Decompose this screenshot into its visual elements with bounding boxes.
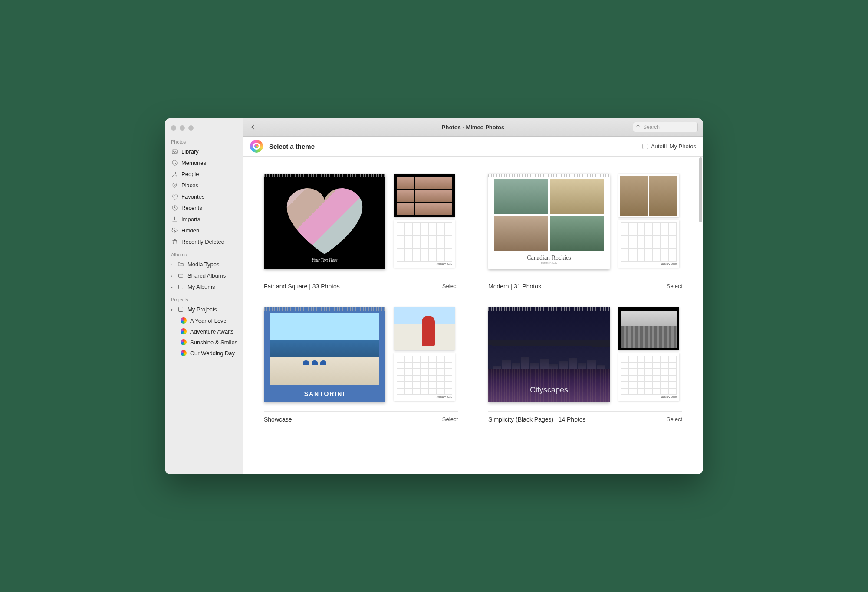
scrollbar[interactable] (699, 157, 702, 222)
search-input[interactable]: Search (633, 122, 698, 132)
cover-title: SANTORINI (264, 385, 385, 402)
theme-meta: Modern | 31 Photos Select (488, 278, 682, 290)
select-button[interactable]: Select (667, 416, 682, 422)
people-icon (171, 171, 178, 178)
projects-icon (177, 306, 184, 313)
side-image (618, 174, 679, 217)
spiral-binding (488, 307, 610, 311)
sidebar-label: Recently Deleted (181, 239, 224, 245)
side-image (618, 307, 679, 350)
fullscreen-window-button[interactable] (188, 125, 194, 131)
window-title: Photos - Mimeo Photos (442, 124, 504, 131)
sidebar-item-hidden[interactable]: Hidden (165, 225, 243, 236)
import-icon (171, 216, 178, 223)
project-icon (181, 328, 187, 334)
sidebar-label: Shared Albums (187, 272, 226, 279)
sidebar-label: Favorites (181, 193, 204, 200)
sidebar-item-people[interactable]: People (165, 169, 243, 180)
cover-caption: Your Text Here (312, 258, 337, 262)
sidebar-item-favorites[interactable]: Favorites (165, 191, 243, 203)
project-icon (181, 339, 187, 345)
search-placeholder: Search (643, 124, 660, 130)
svg-point-3 (174, 172, 176, 174)
chevron-down-icon: ▾ (169, 307, 174, 312)
clock-icon (171, 205, 178, 212)
sidebar-label: Memories (181, 160, 206, 166)
select-button[interactable]: Select (442, 283, 458, 289)
chevron-right-icon: ▸ (169, 285, 174, 289)
sidebar-item-project[interactable]: A Year of Love (165, 315, 243, 326)
app-window: Photos Library Memories People Places Fa… (165, 118, 703, 474)
sidebar-label: Recents (181, 205, 202, 211)
theme-name: Simplicity (Black Pages) | 14 Photos (488, 416, 586, 423)
sidebar-item-media-types[interactable]: ▸ Media Types (165, 259, 243, 270)
memories-icon (171, 160, 178, 167)
svg-rect-8 (178, 307, 183, 312)
window-controls (165, 118, 243, 135)
theme-preview[interactable]: SANTORINI January 2020 (264, 307, 458, 402)
sidebar-item-memories[interactable]: Memories (165, 157, 243, 169)
side-calendar: January 2020 (394, 353, 455, 401)
chevron-right-icon: ▸ (169, 262, 174, 267)
sidebar-item-project[interactable]: Sunshine & Smiles (165, 337, 243, 348)
theme-name: Fair and Square | 33 Photos (264, 283, 340, 290)
page-title: Select a theme (269, 143, 315, 150)
theme-card: Canadian Rockies Summer 2020 January 202… (488, 174, 682, 290)
trash-icon (171, 239, 178, 245)
cover-title: Cityscapes (488, 386, 610, 395)
hidden-icon (171, 227, 178, 234)
theme-preview[interactable]: Your Text Here January 2020 (264, 174, 458, 269)
minimize-window-button[interactable] (180, 125, 185, 131)
theme-preview[interactable]: Cityscapes January 2020 (488, 307, 682, 402)
search-icon (636, 124, 641, 130)
theme-card: Cityscapes January 2020 Simplicity (Blac… (488, 307, 682, 423)
toolbar: Photos - Mimeo Photos Search (243, 118, 703, 137)
theme-cover: Canadian Rockies Summer 2020 (488, 174, 610, 269)
sidebar-label: My Albums (187, 284, 215, 290)
spiral-binding (488, 174, 610, 177)
theme-side-preview: January 2020 (394, 174, 455, 268)
svg-rect-6 (178, 274, 183, 278)
autofill-checkbox[interactable]: Autofill My Photos (642, 143, 696, 150)
content-area[interactable]: Your Text Here January 2020 Fair and Squ… (243, 157, 703, 474)
sidebar-item-places[interactable]: Places (165, 180, 243, 191)
select-button[interactable]: Select (442, 416, 458, 422)
sidebar-item-my-projects[interactable]: ▾ My Projects (165, 304, 243, 315)
close-window-button[interactable] (171, 125, 176, 131)
sidebar-item-project[interactable]: Adventure Awaits (165, 326, 243, 337)
theme-meta: Showcase Select (264, 411, 458, 423)
theme-cover: SANTORINI (264, 307, 385, 402)
sidebar-section-projects: Projects (165, 293, 243, 304)
sidebar-item-recently-deleted[interactable]: Recently Deleted (165, 236, 243, 248)
sidebar-item-project[interactable]: Our Wedding Day (165, 348, 243, 359)
spiral-binding (264, 307, 385, 311)
heart-collage (283, 180, 366, 254)
places-icon (171, 182, 178, 189)
main-panel: Photos - Mimeo Photos Search Select a th… (243, 118, 703, 474)
sidebar-item-imports[interactable]: Imports (165, 214, 243, 225)
side-calendar: January 2020 (618, 220, 679, 268)
back-button[interactable] (248, 122, 258, 132)
sidebar-label: People (181, 171, 199, 177)
theme-side-preview: January 2020 (394, 307, 455, 401)
sidebar-label: Library (181, 148, 199, 155)
select-button[interactable]: Select (667, 283, 682, 289)
autofill-label: Autofill My Photos (651, 143, 696, 150)
sidebar: Photos Library Memories People Places Fa… (165, 118, 243, 474)
theme-name: Modern | 31 Photos (488, 283, 541, 290)
sidebar-label: Hidden (181, 227, 199, 234)
theme-preview[interactable]: Canadian Rockies Summer 2020 January 202… (488, 174, 682, 269)
sidebar-item-library[interactable]: Library (165, 146, 243, 157)
theme-cover: Cityscapes (488, 307, 610, 402)
sidebar-item-recents[interactable]: Recents (165, 203, 243, 214)
app-logo (250, 140, 263, 153)
svg-point-4 (174, 184, 175, 186)
sidebar-item-my-albums[interactable]: ▸ My Albums (165, 281, 243, 293)
theme-meta: Simplicity (Black Pages) | 14 Photos Sel… (488, 411, 682, 423)
sidebar-label: A Year of Love (190, 317, 227, 324)
calendar-month: January 2020 (397, 262, 452, 265)
svg-rect-7 (178, 285, 183, 289)
folder-icon (177, 261, 184, 268)
side-calendar: January 2020 (394, 220, 455, 268)
sidebar-item-shared-albums[interactable]: ▸ Shared Albums (165, 270, 243, 281)
